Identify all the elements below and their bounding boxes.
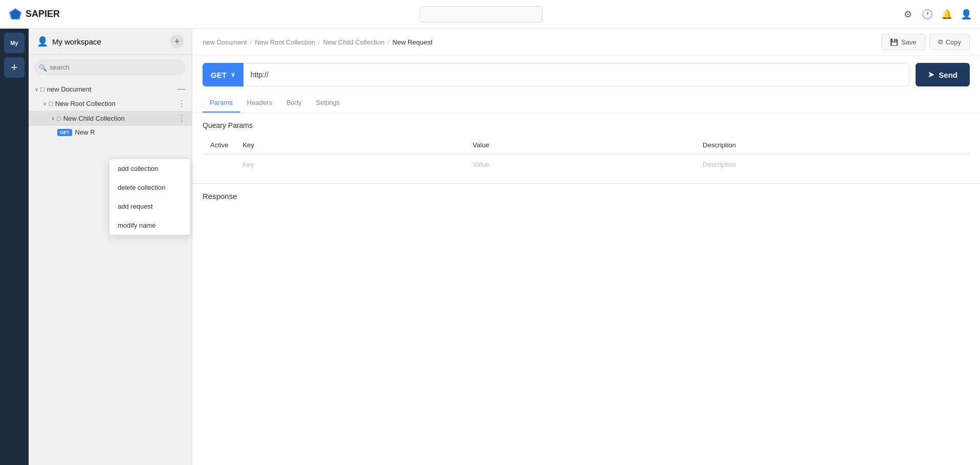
logo-icon <box>8 7 23 21</box>
tree-item-menu-icon[interactable]: — <box>175 84 188 94</box>
layout: My + 👤 My workspace + 🔍 ∨ □ new Document… <box>0 29 980 465</box>
copy-label: Copy <box>946 38 961 46</box>
cell-value[interactable]: Value <box>465 154 696 175</box>
settings-icon[interactable]: ⚙ <box>902 9 914 20</box>
breadcrumb-part-3: New Child Collection <box>323 38 385 46</box>
breadcrumb-sep-2: / <box>318 38 320 46</box>
send-icon: ➤ <box>928 70 934 79</box>
user-icon[interactable]: 👤 <box>961 9 972 20</box>
cell-description[interactable]: Description <box>696 154 970 175</box>
context-menu: add collection delete collection add req… <box>109 159 191 235</box>
tree-item-label: New R <box>75 128 95 136</box>
save-button[interactable]: 💾 Save <box>881 34 925 50</box>
breadcrumb-part-1: new Document <box>203 38 247 46</box>
tree-item-label: new Document <box>47 85 175 93</box>
workspace-button[interactable]: My <box>4 33 25 53</box>
method-chevron-icon: ∨ <box>231 71 235 78</box>
cell-active <box>203 154 236 175</box>
request-bar: GET ∨ ➤ Send <box>192 56 980 94</box>
folder-icon: □ <box>57 115 61 122</box>
breadcrumb-actions: 💾 Save ⧉ Copy <box>881 34 970 50</box>
tree-item-root-collection[interactable]: ∨ □ New Root Collection ⋮ <box>29 96 192 111</box>
url-input[interactable] <box>243 63 909 86</box>
col-header-active: Active <box>203 136 236 154</box>
sidebar-search-input[interactable] <box>35 60 186 75</box>
chevron-down-icon: ∨ <box>35 86 38 92</box>
top-nav-right: ⚙ 🕐 🔔 👤 <box>902 9 972 20</box>
chevron-down-icon: ∨ <box>51 116 55 121</box>
logo: SAPIER <box>8 7 60 21</box>
copy-icon: ⧉ <box>938 38 943 46</box>
breadcrumb-current: New Request <box>392 38 432 46</box>
notifications-icon[interactable]: 🔔 <box>941 9 952 20</box>
history-icon[interactable]: 🕐 <box>922 9 933 20</box>
tree-item-menu-icon[interactable]: ⋮ <box>175 99 188 108</box>
top-nav-center <box>60 6 902 23</box>
breadcrumb: new Document / New Root Collection / New… <box>203 38 432 46</box>
send-label: Send <box>939 71 957 79</box>
tab-body[interactable]: Body <box>279 94 309 113</box>
sidebar: 👤 My workspace + 🔍 ∨ □ new Document — ∨ … <box>29 29 192 465</box>
table-row: Key Value Description <box>203 154 970 175</box>
file-tree: ∨ □ new Document — ∨ □ New Root Collecti… <box>29 80 192 465</box>
method-label: GET <box>211 71 227 79</box>
method-selector[interactable]: GET ∨ <box>203 63 243 86</box>
sidebar-search-icon: 🔍 <box>39 63 47 71</box>
top-nav: SAPIER ⚙ 🕐 🔔 👤 <box>0 0 980 29</box>
request-tabs: Params Headers Body Settings <box>192 94 980 113</box>
breadcrumb-part-2: New Root Collection <box>255 38 315 46</box>
breadcrumb-bar: new Document / New Root Collection / New… <box>192 29 980 56</box>
tree-item-menu-icon[interactable]: ⋮ <box>175 114 188 123</box>
chevron-down-icon: ∨ <box>43 101 47 106</box>
tree-item-request[interactable]: GET New R <box>29 126 192 139</box>
breadcrumb-sep-3: / <box>388 38 390 46</box>
col-header-description: Description <box>696 136 970 154</box>
breadcrumb-sep-1: / <box>250 38 252 46</box>
tree-item-label: New Root Collection <box>55 100 175 107</box>
far-left-panel: My + <box>0 29 29 465</box>
sidebar-add-button[interactable]: + <box>170 35 184 48</box>
context-menu-delete-collection[interactable]: delete collection <box>109 178 190 197</box>
response-title: Response <box>203 192 970 201</box>
response-section: Response <box>192 184 980 209</box>
logo-text: SAPIER <box>26 9 60 19</box>
save-label: Save <box>901 38 917 46</box>
col-header-value: Value <box>465 136 696 154</box>
tree-item-new-document[interactable]: ∨ □ new Document — <box>29 82 192 96</box>
tab-headers[interactable]: Headers <box>240 94 279 113</box>
method-badge: GET <box>57 129 72 136</box>
workspace-person-icon: 👤 <box>37 36 48 47</box>
new-item-button[interactable]: + <box>4 57 25 78</box>
workspace-title: My workspace <box>52 37 166 46</box>
tab-params[interactable]: Params <box>203 94 240 113</box>
tree-item-child-collection[interactable]: ∨ □ New Child Collection ⋮ <box>29 111 192 126</box>
col-header-key: Key <box>235 136 465 154</box>
query-params-section: Queary Params Active Key Value Descripti… <box>192 113 980 183</box>
folder-icon: □ <box>49 100 53 107</box>
copy-button[interactable]: ⧉ Copy <box>929 34 970 50</box>
context-menu-add-request[interactable]: add request <box>109 197 190 216</box>
params-table: Active Key Value Description Key Value D… <box>203 136 970 175</box>
context-menu-modify-name[interactable]: modify name <box>109 216 190 235</box>
context-menu-add-collection[interactable]: add collection <box>109 159 190 178</box>
send-button[interactable]: ➤ Send <box>916 63 970 86</box>
global-search-input[interactable] <box>420 6 543 23</box>
tab-settings[interactable]: Settings <box>309 94 347 113</box>
search-wrapper: 🔍 <box>35 60 186 75</box>
main-content: new Document / New Root Collection / New… <box>192 29 980 465</box>
cell-key[interactable]: Key <box>235 154 465 175</box>
query-params-title: Queary Params <box>203 121 970 129</box>
sidebar-header: 👤 My workspace + <box>29 29 192 55</box>
tree-item-label: New Child Collection <box>63 115 175 122</box>
folder-icon: □ <box>40 85 44 93</box>
save-icon: 💾 <box>890 38 898 46</box>
